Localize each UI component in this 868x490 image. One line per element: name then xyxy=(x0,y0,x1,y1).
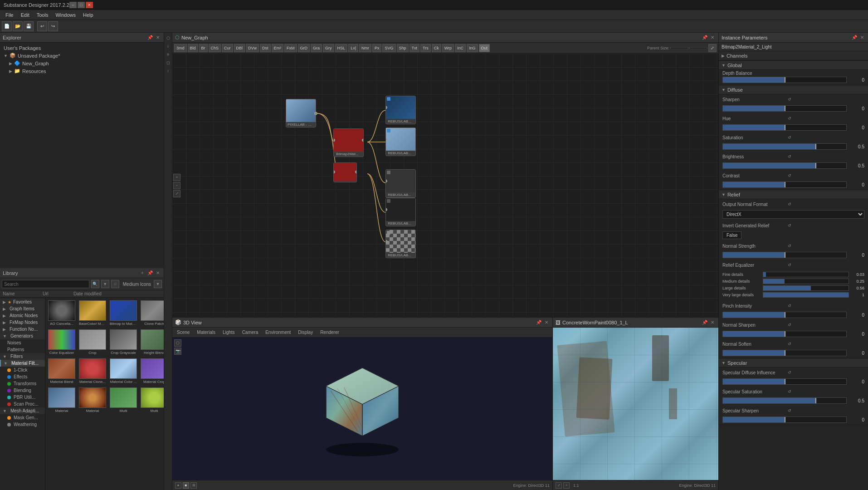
diffuse-header[interactable]: ▼ Diffuse xyxy=(719,85,868,94)
lib-section-atomic-nodes[interactable]: ▶Atomic Nodes xyxy=(0,312,45,319)
lib-item-clone[interactable]: Clone Patch xyxy=(140,299,164,327)
filter-button[interactable]: ▼ xyxy=(101,280,109,288)
view3d-canvas[interactable]: ⬡ 📷 xyxy=(172,338,552,480)
explorer-pin-icon[interactable]: 📌 xyxy=(147,34,153,41)
lib-section-generators[interactable]: ▼Generators xyxy=(0,333,45,339)
menu-windows[interactable]: Windows xyxy=(52,11,79,19)
lib-item-patterns[interactable]: Patterns xyxy=(0,346,45,353)
lib-item-mask-gen[interactable]: Mask Gen... xyxy=(0,414,45,421)
node-type-shp[interactable]: Shp xyxy=(397,44,409,52)
view3d-close-icon[interactable]: ✕ xyxy=(543,319,550,326)
lib-item-matcolor[interactable]: Material Color ... xyxy=(109,358,138,385)
fine-details-slider[interactable] xyxy=(763,272,849,277)
graph-node-out1[interactable]: REBUS/LAB... xyxy=(385,96,416,124)
node-type-fxm[interactable]: FxM xyxy=(284,44,297,52)
output-normal-format-select[interactable]: DirectX xyxy=(722,210,864,219)
node-type-svg[interactable]: SVG xyxy=(382,44,395,52)
view3d-cam-icon[interactable]: 📷 xyxy=(174,348,181,355)
relief-equalizer-reset-icon[interactable]: ↺ xyxy=(786,261,793,269)
right-panel-close-icon[interactable]: ✕ xyxy=(859,34,865,41)
lib-item-heightblend[interactable]: Height Blend xyxy=(140,328,164,356)
normal-soften-reset-icon[interactable]: ↺ xyxy=(786,340,793,348)
lib-section-graph-items[interactable]: ▶Graph Items xyxy=(0,305,45,312)
node-type-hsl[interactable]: HSL xyxy=(335,44,348,52)
tab-display[interactable]: Display xyxy=(296,329,315,336)
spec-sharpen-slider[interactable] xyxy=(722,416,847,423)
tab-environment[interactable]: Environment xyxy=(263,329,293,336)
texture-canvas[interactable] xyxy=(553,328,718,480)
lib-item-noises[interactable]: Noises xyxy=(0,339,45,346)
view3d-pin-icon[interactable]: 📌 xyxy=(536,319,542,326)
node-type-em[interactable]: Em² xyxy=(272,44,284,52)
lib-section-function-no[interactable]: ▶Function No... xyxy=(0,326,45,333)
tab-camera[interactable]: Camera xyxy=(240,329,260,336)
tex-zoom-in-btn[interactable]: + xyxy=(563,482,570,489)
lib-section-material-filters[interactable]: ▼Material Filt... xyxy=(0,360,45,367)
side-icon-2[interactable]: i xyxy=(165,43,172,50)
saturation-reset-icon[interactable]: ↺ xyxy=(786,134,793,141)
graph-node-out2[interactable]: REBUS/LAB... xyxy=(385,127,416,156)
lib-section-mesh-adapt[interactable]: ▼Mesh Adapti... xyxy=(0,407,45,414)
side-icon-1[interactable]: ⬡ xyxy=(165,34,172,42)
tex-fit-btn[interactable]: ⤢ xyxy=(556,482,562,489)
node-type-txt[interactable]: Txt xyxy=(410,44,420,52)
close-button[interactable]: ✕ xyxy=(86,2,93,8)
lib-section-filters[interactable]: ▼Filters xyxy=(0,353,45,360)
pinch-intensity-slider[interactable] xyxy=(722,312,847,318)
view3d-sphere-btn[interactable]: ● xyxy=(175,482,181,489)
new-graph-item[interactable]: ▶ 🔷 New_Graph xyxy=(0,59,164,67)
lib-item-ao[interactable]: AO Cancella... xyxy=(47,299,76,327)
node-type-trs[interactable]: Trs xyxy=(420,44,431,52)
lib-item-scan-proc[interactable]: Scan Proc... xyxy=(0,401,45,407)
lib-item-transforms[interactable]: Transforms xyxy=(0,380,45,387)
save-button[interactable]: 💾 xyxy=(24,21,34,31)
lib-item-matblend[interactable]: Material Blend xyxy=(47,358,76,385)
library-add-icon[interactable]: + xyxy=(139,270,146,276)
lib-item-cropgs[interactable]: Crop Grayscale xyxy=(109,328,138,356)
lib-item-color-eq[interactable]: Color Equalizer xyxy=(47,328,76,356)
new-button[interactable]: 📄 xyxy=(2,21,12,31)
lib-item-effects[interactable]: Effects xyxy=(0,373,45,380)
medium-details-slider[interactable] xyxy=(763,279,849,284)
normal-strength-slider[interactable] xyxy=(722,252,847,258)
lib-section-favorites[interactable]: ▶ ★ Favorites xyxy=(0,299,45,305)
node-type-lv[interactable]: Lv| xyxy=(348,44,358,52)
library-close-icon[interactable]: ✕ xyxy=(155,270,161,276)
node-type-dst[interactable]: Dst xyxy=(260,44,271,52)
lib-item-blending[interactable]: Blending xyxy=(0,387,45,394)
node-type-br[interactable]: Br xyxy=(199,44,208,52)
lib-item-crop[interactable]: Crop xyxy=(78,328,107,356)
node-type-dvw[interactable]: DVw xyxy=(246,44,259,52)
right-panel-pin-icon[interactable]: 📌 xyxy=(851,34,858,41)
very-large-details-slider[interactable] xyxy=(763,292,849,298)
tab-renderer[interactable]: Renderer xyxy=(318,329,341,336)
lib-item-basecolor[interactable]: BaseColor/ Metallic/... xyxy=(78,299,107,327)
star-button[interactable]: ☆ xyxy=(111,280,119,288)
node-type-nmr[interactable]: Nmr xyxy=(359,44,371,52)
node-type-cur[interactable]: Cur xyxy=(222,44,233,52)
node-type-ing[interactable]: InG xyxy=(467,44,478,52)
sharpen-reset-icon[interactable]: ↺ xyxy=(786,96,793,103)
relief-header[interactable]: ▼ Relief xyxy=(719,190,868,199)
graph-fit[interactable]: ⤢ xyxy=(173,190,180,197)
output-normal-reset-icon[interactable]: ↺ xyxy=(786,201,793,208)
menu-edit[interactable]: Edit xyxy=(17,11,33,19)
normal-soften-slider[interactable] xyxy=(722,350,847,356)
redo-button[interactable]: ↪ xyxy=(48,21,58,31)
node-type-3md[interactable]: 3md xyxy=(174,44,187,52)
tab-lights[interactable]: Lights xyxy=(221,329,237,336)
spec-saturation-slider[interactable] xyxy=(722,397,847,404)
menu-file[interactable]: File xyxy=(2,11,17,19)
tab-scene[interactable]: Scene xyxy=(175,329,191,336)
menu-help[interactable]: Help xyxy=(79,11,97,19)
view3d-cube-btn[interactable]: ■ xyxy=(183,482,189,489)
side-icon-3[interactable]: ≡ xyxy=(165,51,172,58)
brightness-slider[interactable] xyxy=(722,162,847,169)
lib-item-material1[interactable]: Material xyxy=(47,387,76,414)
view-mode-button[interactable]: ▼ xyxy=(154,280,162,288)
graph-pin-icon[interactable]: 📌 xyxy=(702,34,708,41)
node-type-px[interactable]: Px xyxy=(372,44,382,52)
spec-diffuse-reset-icon[interactable]: ↺ xyxy=(786,369,793,376)
node-type-fit[interactable]: ⤢ xyxy=(708,44,717,52)
node-type-grd[interactable]: GrD xyxy=(298,44,310,52)
